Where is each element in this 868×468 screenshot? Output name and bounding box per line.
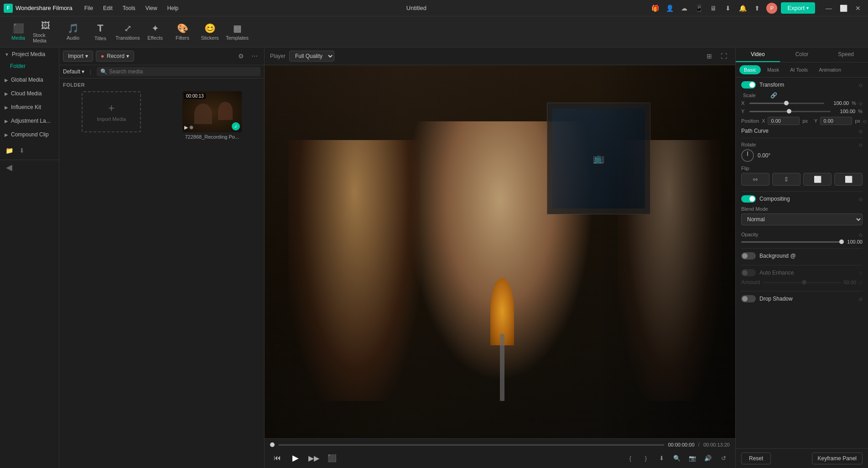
quality-select[interactable]: Full Quality 1/2 Quality 1/4 Quality [289,51,334,62]
import-placeholder[interactable]: + Import Media [82,91,141,132]
add-to-timeline-button[interactable]: ⬇ [655,452,668,464]
account-icon[interactable]: 👤 [664,3,675,14]
sort-default-select[interactable]: Default ▾ [63,68,84,75]
lock-scale-icon[interactable]: 🔗 [770,92,777,99]
subtab-mask[interactable]: Mask [763,65,784,74]
notification-icon[interactable]: 🔔 [737,3,748,14]
scale-x-slider[interactable] [749,103,824,104]
sidebar-item-global-media[interactable]: ▶ Global Media [0,73,59,87]
drop-shadow-keyframe-icon[interactable]: ◇ [859,296,863,302]
transform-keyframe-icon[interactable]: ◇ [859,83,863,88]
close-button[interactable]: ✕ [852,2,864,15]
amount-slider[interactable] [763,282,841,283]
collapse-panel-icon[interactable]: ◀ [4,162,15,173]
toolbar-titles[interactable]: T Titles [88,18,113,46]
minimize-button[interactable]: — [822,2,835,15]
timeline-handle[interactable] [270,442,275,447]
zoom-button[interactable]: 🔍 [670,452,683,464]
toolbar-filters[interactable]: 🎨 Filters [170,18,195,46]
record-button[interactable]: ● Record ▾ [96,51,134,62]
skip-forward-button[interactable]: ▶▶ [307,451,321,465]
tab-speed[interactable]: Speed [824,47,868,62]
download-icon[interactable]: ⬇ [722,3,733,14]
media-file-item[interactable]: 00:00:13 ▶ ⊕ ✓ 722868_Recording Po... [164,91,261,140]
toolbar-stickers[interactable]: 😊 Stickers [197,18,223,46]
drop-shadow-toggle[interactable] [741,295,756,302]
snapshot-button[interactable]: 📷 [686,452,699,464]
background-toggle[interactable] [741,252,756,260]
volume-button[interactable]: 🔊 [702,452,714,464]
auto-enhance-keyframe-icon[interactable]: ◇ [859,270,863,276]
keyframe-panel-button[interactable]: Keyframe Panel [812,452,863,464]
timeline-track[interactable] [278,444,664,446]
toolbar-transitions[interactable]: ⤢ Transitions [115,18,140,46]
sidebar-item-influence-kit[interactable]: ▶ Influence Kit [0,100,59,114]
stop-button[interactable]: ⬛ [325,451,339,465]
media-search-input[interactable] [109,68,257,75]
opacity-keyframe-icon[interactable]: ◇ [859,232,863,237]
flip-option-3-button[interactable]: ⬜ [803,173,832,186]
cloud-icon[interactable]: ☁ [679,3,690,14]
position-keyframe-icon[interactable]: ◇ [863,119,867,124]
import-media-small-icon[interactable]: ⬇ [16,145,27,156]
toolbar-templates[interactable]: ▦ Templates [224,18,250,46]
tab-video[interactable]: Video [736,47,780,62]
import-media-item[interactable]: + Import Media [63,91,160,140]
transform-toggle[interactable] [741,81,756,88]
mark-in-button[interactable]: { [624,452,637,464]
maximize-button[interactable]: ⬜ [837,2,850,15]
more-options-icon[interactable]: ⋯ [249,50,260,62]
menu-edit[interactable]: Edit [99,3,117,13]
scale-y-slider[interactable] [749,111,831,112]
sidebar-item-project-media[interactable]: ▼ Project Media [0,47,59,61]
scale-x-keyframe-icon[interactable]: ◇ [859,101,863,106]
toolbar-media[interactable]: ⬛ Media [5,18,31,46]
subtab-animation[interactable]: Animation [814,65,846,74]
reset-button[interactable]: Reset [741,452,771,464]
position-y-input[interactable] [820,117,852,125]
pc-icon[interactable]: 🖥 [708,3,719,14]
subtab-basic[interactable]: Basic [739,65,761,74]
grid-view-icon[interactable]: ⊞ [703,50,715,62]
sidebar-folder-active[interactable]: Folder [0,61,59,73]
gift-icon[interactable]: 🎁 [650,3,660,14]
auto-enhance-toggle[interactable] [741,269,756,276]
position-x-input[interactable] [768,117,800,125]
sidebar-item-cloud-media[interactable]: ▶ Cloud Media [0,87,59,100]
toolbar-effects[interactable]: ✦ Effects [142,18,168,46]
mark-out-button[interactable]: } [639,452,652,464]
menu-help[interactable]: Help [163,3,183,13]
menu-view[interactable]: View [141,3,162,13]
subtab-ai-tools[interactable]: AI Tools [785,65,812,74]
rotate-keyframe-icon[interactable]: ◇ [859,142,863,147]
path-curve-keyframe-icon[interactable]: ◇ [859,129,863,134]
auto-enhance-section: Auto Enhance ◇ Amount 50.00 ◇ [741,269,863,286]
more-player-options-icon[interactable]: ↺ [717,452,730,464]
menu-file[interactable]: File [80,3,98,13]
skip-back-button[interactable]: ⏮ [270,451,285,465]
upgrade-icon[interactable]: ⬆ [752,3,763,14]
import-button[interactable]: Import ▾ [63,51,93,62]
avatar[interactable]: P [766,3,777,14]
flip-option-4-button[interactable]: ⬜ [834,173,863,186]
add-folder-icon[interactable]: 📁 [4,145,15,156]
flip-vertical-button[interactable]: ⇕ [772,173,800,186]
sidebar-item-compound-clip[interactable]: ▶ Compound Clip [0,128,59,141]
fullscreen-icon[interactable]: ⛶ [718,50,730,62]
rotate-dial[interactable] [741,149,754,162]
flip-horizontal-button[interactable]: ⇔ [741,173,769,186]
filter-icon[interactable]: ⚙ [235,50,247,62]
toolbar-stock-media[interactable]: 🖼 Stock Media [33,18,58,46]
blend-mode-select[interactable]: Normal Multiply Screen Overlay [741,213,863,225]
compositing-keyframe-icon[interactable]: ◇ [859,197,863,202]
sidebar-item-adjustment-la[interactable]: ▶ Adjustment La... [0,114,59,128]
toolbar-audio[interactable]: 🎵 Audio [60,18,86,46]
menu-tools[interactable]: Tools [118,3,140,13]
tab-color[interactable]: Color [780,47,824,62]
compositing-toggle[interactable] [741,195,756,203]
amount-keyframe-icon[interactable]: ◇ [859,280,863,285]
opacity-slider[interactable] [741,241,842,243]
play-pause-button[interactable]: ▶ [288,451,303,465]
phone-icon[interactable]: 📱 [693,3,704,14]
export-button[interactable]: Export ▾ [781,2,815,14]
